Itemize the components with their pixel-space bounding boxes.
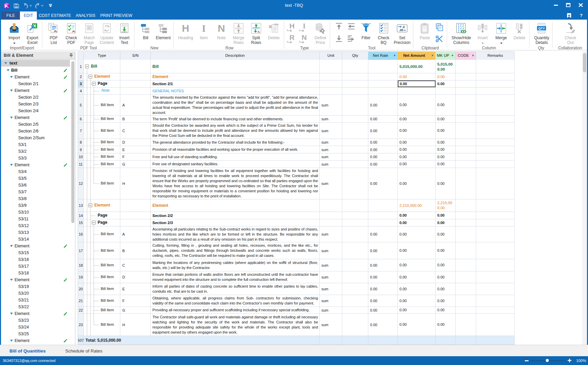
svg-text:QTY: QTY (538, 26, 545, 30)
svg-text:.00: .00 (399, 28, 403, 32)
